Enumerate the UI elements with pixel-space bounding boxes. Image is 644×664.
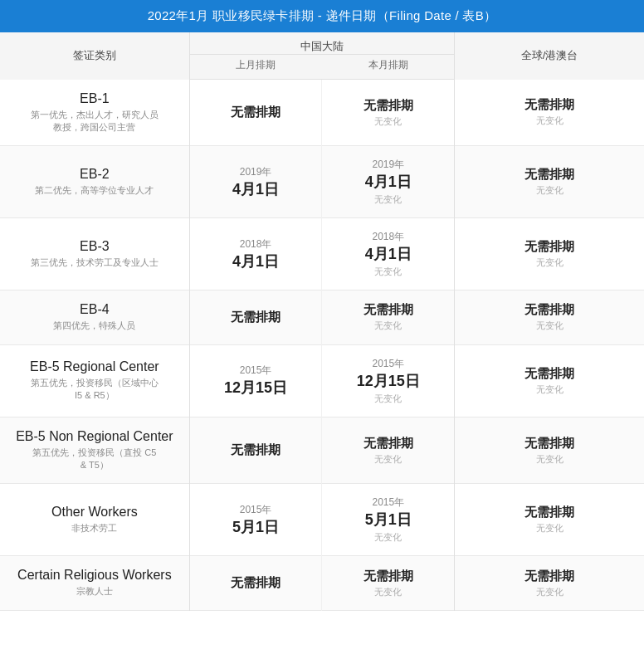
date-year: 2015年: [330, 496, 446, 510]
last-month-cell: 2018年4月1日: [189, 218, 322, 290]
this-month-cell: 无需排期无变化: [322, 80, 455, 146]
col-this-month: 本月排期: [322, 55, 455, 80]
no-wait-label: 无需排期: [198, 105, 314, 120]
visa-code: EB-3: [8, 239, 181, 254]
no-wait-label: 无需排期: [330, 436, 446, 452]
visa-desc: 第三优先，技术劳工及专业人士: [8, 256, 181, 269]
global-change-label: 无变化: [463, 184, 636, 197]
visa-cell: EB-4第四优先，特殊人员: [0, 290, 189, 344]
this-month-cell: 无需排期无变化: [322, 290, 455, 344]
global-cell: 无需排期无变化: [455, 417, 644, 484]
visa-cell: Other Workers非技术劳工: [0, 484, 189, 556]
global-cell: 无需排期无变化: [455, 80, 644, 146]
visa-desc: 第五优先，投资移民（直投 C5& T5）: [8, 447, 181, 472]
no-wait-label: 无需排期: [198, 442, 314, 458]
global-cell: 无需排期无变化: [455, 484, 644, 556]
table-row: Certain Religious Workers宗教人士无需排期无需排期无变化…: [0, 556, 644, 610]
visa-desc: 第一优先，杰出人才，研究人员教授，跨国公司主营: [8, 109, 181, 134]
date-main: 12月15日: [198, 378, 314, 398]
date-year: 2015年: [198, 503, 314, 517]
date-year: 2018年: [198, 237, 314, 251]
no-wait-label: 无需排期: [330, 302, 446, 318]
visa-cell: Certain Religious Workers宗教人士: [0, 556, 189, 610]
last-month-cell: 2019年4月1日: [189, 146, 322, 218]
last-month-cell: 无需排期: [189, 80, 322, 146]
visa-code: EB-1: [8, 91, 181, 106]
no-wait-global-label: 无需排期: [463, 569, 636, 584]
visa-desc: 第二优先，高等学位专业人才: [8, 184, 181, 197]
last-month-cell: 无需排期: [189, 290, 322, 344]
col-last-month: 上月排期: [189, 55, 322, 80]
table-row: EB-5 Non Regional Center第五优先，投资移民（直投 C5&…: [0, 417, 644, 484]
last-month-cell: 2015年5月1日: [189, 484, 322, 556]
table-row: Other Workers非技术劳工2015年5月1日2015年5月1日无变化无…: [0, 484, 644, 556]
date-main: 5月1日: [330, 510, 446, 530]
table-container: 签证类别 中国大陆 全球/港澳台 上月排期 本月排期 EB-1第一优先，杰出人才…: [0, 32, 644, 611]
global-change-label: 无变化: [463, 115, 636, 127]
no-change-label: 无变化: [330, 115, 446, 128]
date-main: 4月1日: [330, 172, 446, 192]
visa-cell: EB-5 Regional Center第五优先，投资移民（区域中心I5 & R…: [0, 344, 189, 417]
visa-desc: 宗教人士: [8, 585, 181, 598]
visa-code: EB-5 Regional Center: [8, 359, 181, 374]
global-cell: 无需排期无变化: [455, 218, 644, 290]
visa-code: Other Workers: [8, 505, 181, 520]
date-change-label: 无变化: [330, 193, 446, 206]
table-row: EB-2第二优先，高等学位专业人才2019年4月1日2019年4月1日无变化无需…: [0, 146, 644, 218]
date-change-label: 无变化: [330, 266, 446, 278]
no-wait-global-label: 无需排期: [463, 366, 636, 382]
table-body: EB-1第一优先，杰出人才，研究人员教授，跨国公司主营无需排期无需排期无变化无需…: [0, 80, 644, 611]
no-wait-global-label: 无需排期: [463, 239, 636, 255]
no-wait-global-label: 无需排期: [463, 436, 636, 452]
visa-code: EB-4: [8, 302, 181, 317]
visa-desc: 非技术劳工: [8, 522, 181, 535]
no-change-label: 无变化: [330, 320, 446, 332]
header-row-top: 签证类别 中国大陆 全球/港澳台: [0, 32, 644, 55]
date-year: 2015年: [198, 364, 314, 378]
date-year: 2019年: [330, 158, 446, 172]
this-month-cell: 无需排期无变化: [322, 417, 455, 484]
data-table: 签证类别 中国大陆 全球/港澳台 上月排期 本月排期 EB-1第一优先，杰出人才…: [0, 32, 644, 611]
date-year: 2015年: [330, 357, 446, 371]
visa-cell: EB-5 Non Regional Center第五优先，投资移民（直投 C5&…: [0, 417, 189, 484]
date-change-label: 无变化: [330, 531, 446, 544]
page-title: 2022年1月 职业移民绿卡排期 - 递件日期（Filing Date / 表B…: [148, 8, 497, 22]
this-month-cell: 无需排期无变化: [322, 556, 455, 610]
visa-cell: EB-2第二优先，高等学位专业人才: [0, 146, 189, 218]
no-change-label: 无变化: [330, 586, 446, 598]
visa-code: Certain Religious Workers: [8, 568, 181, 583]
global-change-label: 无变化: [463, 522, 636, 535]
last-month-cell: 无需排期: [189, 556, 322, 610]
no-change-label: 无变化: [330, 453, 446, 466]
col-china-mainland: 中国大陆: [189, 32, 455, 55]
global-change-label: 无变化: [463, 453, 636, 466]
global-cell: 无需排期无变化: [455, 146, 644, 218]
table-row: EB-5 Regional Center第五优先，投资移民（区域中心I5 & R…: [0, 344, 644, 417]
this-month-cell: 2015年5月1日无变化: [322, 484, 455, 556]
this-month-cell: 2019年4月1日无变化: [322, 146, 455, 218]
no-wait-label: 无需排期: [330, 569, 446, 584]
no-wait-label: 无需排期: [330, 98, 446, 114]
this-month-cell: 2015年12月15日无变化: [322, 344, 455, 417]
global-cell: 无需排期无变化: [455, 556, 644, 610]
global-change-label: 无变化: [463, 586, 636, 598]
visa-desc: 第五优先，投资移民（区域中心I5 & R5）: [8, 377, 181, 403]
table-row: EB-4第四优先，特殊人员无需排期无需排期无变化无需排期无变化: [0, 290, 644, 344]
col-visa-type: 签证类别: [0, 32, 189, 80]
global-change-label: 无变化: [463, 383, 636, 396]
table-row: EB-1第一优先，杰出人才，研究人员教授，跨国公司主营无需排期无需排期无变化无需…: [0, 80, 644, 146]
date-year: 2018年: [330, 230, 446, 244]
global-change-label: 无变化: [463, 256, 636, 269]
no-wait-global-label: 无需排期: [463, 167, 636, 183]
date-change-label: 无变化: [330, 393, 446, 405]
global-cell: 无需排期无变化: [455, 344, 644, 417]
last-month-cell: 无需排期: [189, 417, 322, 484]
global-cell: 无需排期无变化: [455, 290, 644, 344]
date-main: 4月1日: [330, 244, 446, 264]
this-month-cell: 2018年4月1日无变化: [322, 218, 455, 290]
visa-code: EB-2: [8, 167, 181, 182]
no-wait-global-label: 无需排期: [463, 97, 636, 113]
visa-cell: EB-1第一优先，杰出人才，研究人员教授，跨国公司主营: [0, 80, 189, 146]
table-row: EB-3第三优先，技术劳工及专业人士2018年4月1日2018年4月1日无变化无…: [0, 218, 644, 290]
visa-desc: 第四优先，特殊人员: [8, 320, 181, 332]
